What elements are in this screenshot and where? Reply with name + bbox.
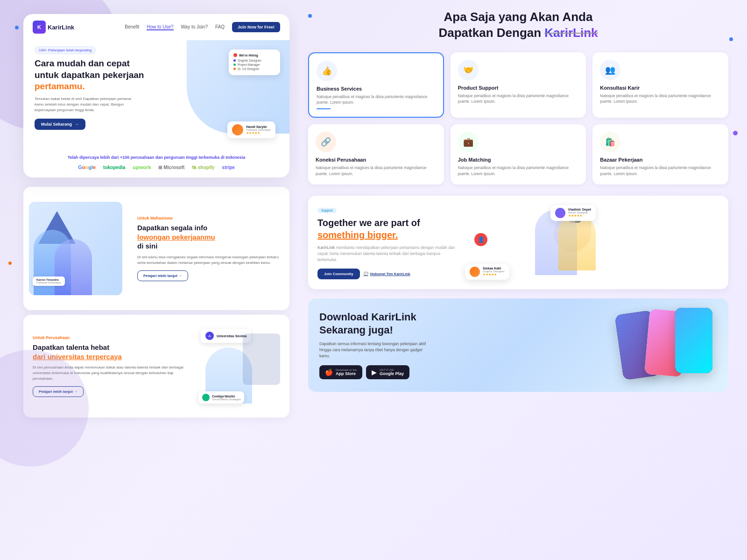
covidya-info: Covidya Ninetin Social Media Strategist (212, 395, 240, 401)
covidya-card: Covidya Ninetin Social Media Strategist (198, 391, 244, 404)
google-play-label-lg: Google Play (380, 371, 404, 376)
together-section: Support Together we are part of somethin… (308, 196, 728, 289)
logo: K KarirLink (33, 21, 74, 34)
profile-stars: ★★★★★ (246, 131, 271, 135)
google-play-icon: ▶ (372, 369, 377, 376)
feature-desc-job: Natoque penatibus et magices la disia pa… (458, 165, 579, 177)
left-panel: K KarirLink Benefit How to Use? Way to J… (0, 0, 299, 560)
app-store-button[interactable]: 🍎 Download on the App Store (319, 365, 362, 379)
feature-desc-business: Natoque penatibus et magices la disia pa… (317, 94, 436, 106)
feature-name-job: Job Matching (458, 157, 579, 163)
feature-name-support: Product Support (458, 85, 579, 91)
mahasiswa-desc: Di sini kamu bisa mengakses segala infor… (137, 255, 280, 266)
page-wrapper: K KarirLink Benefit How to Use? Way to J… (0, 0, 747, 560)
upwork-brand: upwork (133, 164, 151, 170)
person2-name: Vladimir Oepet (568, 208, 591, 211)
together-badge: Support (317, 208, 337, 213)
feature-icon-karir: 👥 (600, 60, 620, 80)
feature-desc-bazaar: Natoque penatibus et magices la disia pa… (600, 165, 721, 177)
nav-benefit[interactable]: Benefit (125, 24, 139, 30)
univ-name: Universitas Sevima (217, 334, 247, 338)
perusahaan-image: A Universitas Sevima Covidya Ninetin Soc… (196, 324, 280, 408)
hiring-item-2: Project Manager (233, 63, 275, 66)
google-play-text: GET IT ON Google Play (380, 369, 404, 376)
feature-icon-support: 🤝 (458, 60, 479, 80)
stripe-brand: stripe (222, 165, 235, 170)
mini-role: Fullstack Developer (36, 281, 61, 284)
nav-way-to-join[interactable]: Way to Join? (181, 24, 208, 30)
logo-icon: K (33, 21, 46, 34)
together-brand: KarirLink (317, 245, 335, 250)
phone-mockup-3 (675, 308, 712, 373)
nav-how-to-use[interactable]: How to Use? (147, 24, 173, 30)
download-content: Download KarirLink Sekarang juga! Dapatk… (319, 311, 605, 379)
features-grid: 👍 Business Services Natoque penatibus et… (308, 52, 728, 184)
download-section: Download KarirLink Sekarang juga! Dapatk… (308, 298, 728, 392)
phone-screen-3 (675, 308, 712, 373)
person1-name: Siskaa Kahl (483, 267, 505, 270)
feature-desc-support: Natoque penatibus et magices la disia pa… (458, 93, 579, 105)
feature-name-business: Business Services (317, 86, 436, 92)
feature-icon-business: 👍 (317, 61, 337, 81)
trusted-section: Telah dipercaya lebih dari +100 perusaha… (23, 148, 289, 177)
together-description: KarirLink membantu mendapatkan pekerjaan… (317, 245, 458, 262)
section-perusahaan: Untuk Perusahaan Dapatkan talenta hebat … (23, 315, 289, 418)
hero-description: Temukan bakat hebat di sini! Dapatkan pe… (35, 96, 137, 113)
right-panel: Apa Saja yang Akan Anda Dapatkan Dengan … (299, 0, 747, 560)
together-image: 🛡 👤 Siskaa Kahl Graphic Designer ★★★★★ (465, 205, 596, 280)
perusahaan-title: Dapatkan talenta hebat dari universitas … (33, 343, 189, 361)
covidya-role: Social Media Strategist (212, 398, 240, 401)
hiring-item-3: Sr. UX Designer (233, 67, 275, 71)
dot-decoration (15, 26, 19, 29)
mahasiswa-cta-button[interactable]: Pelajari lebih lanjut → (137, 270, 188, 281)
mahasiswa-tag: Untuk Mahasiswa (137, 216, 280, 220)
arrow-icon: → (75, 122, 79, 127)
whatsapp-icon: 💬 (364, 272, 368, 276)
google-brand: Google (78, 164, 96, 170)
feature-icon-job: 💼 (458, 132, 479, 152)
section-mahasiswa: Karren Timandra Fullstack Developer Untu… (23, 187, 289, 310)
hiring-dot-3 (233, 68, 236, 70)
apple-icon: 🍎 (325, 369, 333, 376)
perusahaan-desc: Di sini perusahaan Anda dapat menemukan … (33, 365, 189, 382)
hero-title: Cara mudah dan cepat untuk dapatkan peke… (35, 58, 147, 92)
together-buttons: Join Community 💬 Hubungi Tim KarirLink (317, 269, 458, 279)
hiring-dot (233, 53, 237, 57)
nav-faq[interactable]: FAQ (215, 24, 225, 30)
microsoft-brand: ⊞ Microsoft (158, 165, 184, 170)
hero-section: 100+ Pekerjaan telah terposting Cara mud… (23, 40, 289, 148)
join-community-button[interactable]: Join Community (317, 269, 360, 279)
nav-links: Benefit How to Use? Way to Join? FAQ (125, 24, 225, 30)
feature-icon-koneksi: 🔗 (316, 132, 336, 152)
profile-name: Handi Saryiie (246, 125, 271, 128)
download-description: Dapatkan semua informasi tentang lowonga… (319, 341, 431, 359)
profile-role: Fullstack Developer (246, 128, 271, 131)
trusted-highlight: +100 perusahaan dan perguruan tinggi (120, 155, 197, 160)
hiring-item-1: Graphic Designer (233, 59, 275, 62)
hiring-card: We're Hiring Graphic Designer Project Ma… (229, 50, 280, 75)
person2-info: Vladimir Oepet Senior Designer ★★★★★ (568, 208, 591, 218)
tokopedia-brand: tokopedia (103, 165, 125, 170)
hero-cta-button[interactable]: Mulai Sekarang → (35, 119, 85, 130)
logo-text: KarirLink (48, 24, 74, 31)
person2-stars: ★★★★★ (568, 214, 591, 218)
join-now-button[interactable]: Join Now for Free! (232, 22, 280, 32)
dot-r1 (308, 14, 312, 18)
features-title: Apa Saja yang Akan Anda Dapatkan Dengan … (308, 9, 728, 41)
perusahaan-cta-button[interactable]: Pelajari lebih lanjut → (33, 386, 84, 397)
hiring-title-row: We're Hiring (233, 53, 275, 57)
feature-card-koneksi: 🔗 Koneksi Perusahaan Natoque penatibus e… (308, 124, 444, 184)
feature-desc-koneksi: Natoque penatibus et magices la disia pa… (316, 165, 437, 177)
download-title: Download KarirLink Sekarang juga! (319, 311, 605, 337)
trusted-text: Telah dipercaya lebih dari +100 perusaha… (35, 155, 278, 160)
person1-stars: ★★★★★ (483, 273, 505, 276)
person2-avatar (555, 208, 565, 218)
contact-button[interactable]: 💬 Hubungi Tim KarirLink (364, 272, 410, 276)
google-play-button[interactable]: ▶ GET IT ON Google Play (366, 365, 409, 379)
feature-card-karir: 👥 Konsultasi Karir Natoque penatibus et … (592, 52, 728, 118)
feature-name-bazaar: Bazaar Pekerjaan (600, 157, 721, 163)
dot-r3 (733, 131, 738, 135)
feature-icon-bazaar: 🛍️ (600, 132, 620, 152)
screen-mockup (243, 333, 280, 385)
profile-info: Handi Saryiie Fullstack Developer ★★★★★ (246, 125, 271, 135)
